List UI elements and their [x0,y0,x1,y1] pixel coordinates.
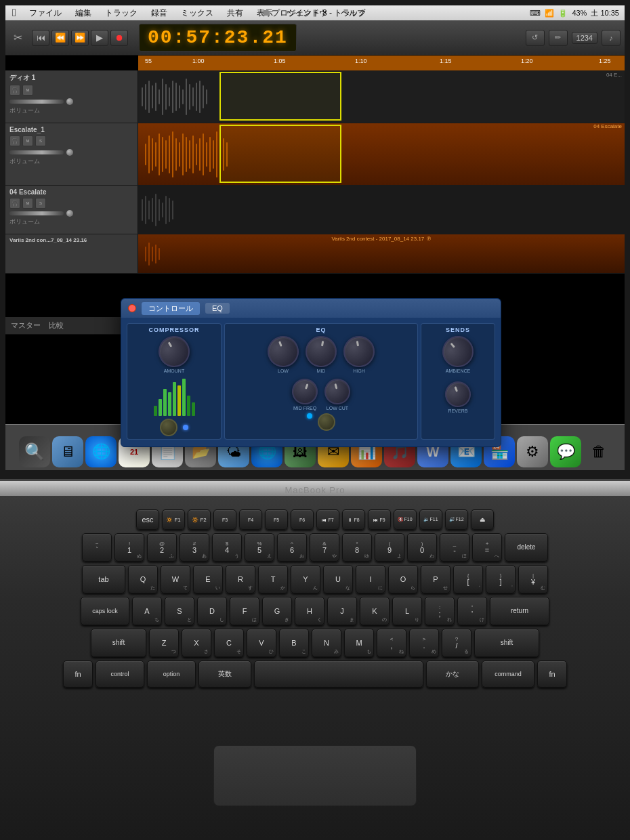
track-1-headphone[interactable]: 🎧 [9,85,20,96]
key-f11[interactable]: 🔉F11 [419,509,442,530]
apple-menu[interactable]:  [5,7,23,19]
key-rbracket[interactable]: }]゜ [486,565,516,593]
key-k[interactable]: Kの [360,597,390,625]
dock-prefs[interactable]: ⚙ [517,436,548,467]
eq-lowcut-knob[interactable] [322,376,354,408]
key-2[interactable]: @2ふ [147,533,177,562]
key-c[interactable]: Cそ [214,629,244,657]
menu-file[interactable]: ファイル [26,7,64,19]
key-power[interactable]: ⏏ [471,509,494,530]
key-p[interactable]: Pせ [421,565,450,593]
track-2-volume-slider[interactable] [9,150,64,154]
key-h[interactable]: Hく [295,597,324,625]
key-f1[interactable]: 🔅 F1 [162,509,185,530]
key-x[interactable]: Xさ [182,629,211,657]
key-y[interactable]: Yん [291,565,320,593]
key-a[interactable]: Aち [132,597,162,625]
key-m[interactable]: Mも [344,629,374,657]
dock-trash[interactable]: 🗑 [583,436,614,467]
key-d[interactable]: Dし [197,597,227,625]
metronome-btn[interactable]: ♪ [602,30,621,46]
key-7[interactable]: &7や [310,533,339,562]
key-caps[interactable]: caps lock [81,597,129,625]
plugin-close-btn[interactable] [128,304,136,312]
dock-finder[interactable]: 🔍 [19,436,50,467]
key-kana[interactable]: かな [426,660,479,688]
key-fn[interactable]: fn [63,660,93,688]
key-shift-left[interactable]: shift [91,629,146,657]
key-slash[interactable]: ?/る [442,629,471,657]
key-l[interactable]: Lり [392,597,422,625]
eq-mid-knob[interactable] [303,333,339,369]
key-fn-right[interactable]: fn [537,660,567,688]
menu-edit[interactable]: 編集 [72,7,94,19]
rewind-btn[interactable]: ⏮ [32,30,49,46]
key-return[interactable]: return [490,597,549,625]
key-backtick[interactable]: ~` [82,533,112,562]
key-f2[interactable]: 🔆 F2 [188,509,211,530]
eq-low-knob[interactable] [264,332,303,372]
track-3-mute[interactable]: M [22,198,33,209]
sends-reverb-knob[interactable] [442,378,475,411]
key-6[interactable]: ^6お [277,533,307,562]
key-s[interactable]: Sと [165,597,194,625]
key-command[interactable]: command [482,660,534,688]
key-3[interactable]: #3あ [180,533,209,562]
key-0[interactable]: )0わ [407,533,437,562]
key-n[interactable]: Nみ [312,629,341,657]
track-3-solo[interactable]: S [35,198,46,209]
track-2-mute[interactable]: M [22,135,33,146]
compressor-amount-knob[interactable] [153,331,196,373]
key-e[interactable]: Eい [193,565,223,593]
track-3-volume-slider[interactable] [9,211,64,215]
trackpad[interactable] [213,745,417,806]
key-option[interactable]: option [147,660,196,688]
key-f9[interactable]: ⏭ F9 [368,509,391,530]
key-f6[interactable]: F6 [291,509,314,530]
key-5[interactable]: %5え [245,533,274,562]
key-q[interactable]: Qた [128,565,158,593]
key-f3[interactable]: F3 [213,509,236,530]
menu-share[interactable]: 共有 [224,7,246,19]
key-8[interactable]: *8ゆ [342,533,372,562]
key-quote[interactable]: "'け [457,597,487,625]
dock-system[interactable]: 🖥 [52,436,83,467]
track-1-mute[interactable]: M [22,85,33,96]
track-2-headphone[interactable]: 🎧 [9,135,20,146]
key-delete[interactable]: delete [505,533,548,562]
key-u[interactable]: Uな [323,565,353,593]
pencil-btn[interactable]: ✏ [549,30,568,46]
key-eisu[interactable]: 英数 [198,660,251,688]
key-4[interactable]: $4う [212,533,242,562]
cycle-btn[interactable]: ↺ [526,30,545,46]
sends-ambience-knob[interactable] [436,330,480,374]
key-f8[interactable]: ⏸ F8 [342,509,365,530]
track-1-volume-slider[interactable] [9,100,64,104]
track-1-volume-knob[interactable] [66,98,73,105]
key-comma[interactable]: <,ね [377,629,406,657]
key-v[interactable]: Vひ [247,629,276,657]
key-t[interactable]: Tか [258,565,288,593]
menu-record[interactable]: 録音 [148,7,170,19]
track-2-volume-knob[interactable] [66,149,73,156]
menu-track[interactable]: トラック [102,7,140,19]
key-equals[interactable]: +=へ [472,533,502,562]
menu-mix[interactable]: ミックス [178,7,216,19]
key-f7[interactable]: ⏮ F7 [316,509,339,530]
key-o[interactable]: Oら [388,565,418,593]
track-2-solo[interactable]: S [35,135,46,146]
key-f12[interactable]: 🔊F12 [445,509,468,530]
fast-backward-btn[interactable]: ⏪ [51,30,69,46]
key-semicolon[interactable]: :;れ [425,597,455,625]
key-j[interactable]: Jま [327,597,357,625]
key-lbracket[interactable]: {[゛ [453,565,483,593]
key-f4[interactable]: F4 [239,509,262,530]
track-3-headphone[interactable]: 🎧 [9,198,20,209]
key-esc[interactable]: esc [136,509,159,530]
compressor-small-knob[interactable] [160,419,177,436]
key-r[interactable]: Rす [226,565,255,593]
key-space[interactable] [254,660,423,688]
key-minus[interactable]: _-ほ [440,533,469,562]
key-backslash[interactable]: |¥む [518,565,548,593]
eq-midfreq-knob[interactable] [289,375,322,408]
